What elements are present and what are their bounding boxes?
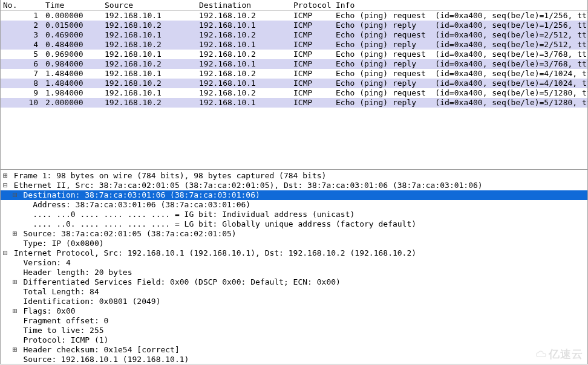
packet-list-pane[interactable]: No. Time Source Destination Protocol Inf… — [0, 0, 588, 170]
table-row[interactable]: 30.469000192.168.10.1192.168.10.2ICMPEch… — [1, 30, 587, 40]
tree-node-label: Source: 38:7a:ca:02:01:05 (38:7a:ca:02:0… — [23, 229, 236, 238]
col-header-info[interactable]: Info — [333, 0, 587, 11]
packet-table: No. Time Source Destination Protocol Inf… — [1, 0, 587, 108]
cell-proto: ICMP — [291, 79, 333, 88]
tree-node[interactable]: ⊟ Destination: 38:7a:ca:03:01:06 (38:7a:… — [1, 190, 587, 200]
tree-spacer-icon — [11, 326, 19, 335]
cell-info: Echo (ping) request (id=0xa400, seq(be/l… — [333, 69, 587, 79]
cell-dst: 192.168.10.1 — [197, 79, 291, 88]
tree-node[interactable]: Total Length: 84 — [1, 287, 587, 297]
cell-proto: ICMP — [291, 21, 333, 30]
table-row[interactable]: 81.484000192.168.10.2192.168.10.1ICMPEch… — [1, 79, 587, 88]
tree-spacer-icon — [21, 200, 28, 210]
cell-info: Echo (ping) request (id=0xa400, seq(be/l… — [333, 88, 587, 98]
cell-info: Echo (ping) reply (id=0xa400, seq(be/le)… — [333, 59, 587, 69]
tree-node[interactable]: Header length: 20 bytes — [1, 268, 587, 277]
collapse-icon[interactable]: ⊟ — [11, 190, 19, 200]
cell-no: 4 — [1, 40, 43, 50]
cell-no: 6 — [1, 59, 43, 69]
col-header-time[interactable]: Time — [43, 0, 102, 11]
tree-node[interactable]: Address: 38:7a:ca:03:01:06 (38:7a:ca:03:… — [1, 200, 587, 210]
expand-icon[interactable]: ⊞ — [2, 171, 9, 181]
table-row[interactable]: 91.984000192.168.10.1192.168.10.2ICMPEch… — [1, 88, 587, 98]
tree-node-label: Differentiated Services Field: 0x00 (DSC… — [23, 277, 340, 286]
col-header-source[interactable]: Source — [102, 0, 197, 11]
table-row[interactable]: 60.984000192.168.10.2192.168.10.1ICMPEch… — [1, 59, 587, 69]
table-row[interactable]: 20.015000192.168.10.2192.168.10.1ICMPEch… — [1, 21, 587, 30]
packet-details-pane[interactable]: ⊞ Frame 1: 98 bytes on wire (784 bits), … — [0, 170, 588, 364]
tree-node-label: .... ...0 .... .... .... .... = IG bit: … — [33, 210, 354, 219]
tree-node[interactable]: ⊞ Flags: 0x00 — [1, 306, 587, 316]
cell-time: 0.484000 — [43, 40, 102, 50]
cell-no: 1 — [1, 11, 43, 21]
cell-no: 8 — [1, 79, 43, 88]
cell-src: 192.168.10.2 — [102, 59, 197, 69]
cell-info: Echo (ping) reply (id=0xa400, seq(be/le)… — [333, 79, 587, 88]
cell-src: 192.168.10.1 — [102, 88, 197, 98]
tree-node[interactable]: Fragment offset: 0 — [1, 316, 587, 326]
tree-node[interactable]: ⊞ Header checksum: 0x1e54 [correct] — [1, 345, 587, 355]
expand-icon[interactable]: ⊞ — [11, 345, 19, 355]
cell-src: 192.168.10.1 — [102, 50, 197, 59]
cell-info: Echo (ping) request (id=0xa400, seq(be/l… — [333, 50, 587, 59]
col-header-protocol[interactable]: Protocol — [291, 0, 333, 11]
packet-table-body: 10.000000192.168.10.1192.168.10.2ICMPEch… — [1, 11, 587, 108]
tree-node-label: Header length: 20 bytes — [23, 268, 132, 277]
tree-node-label: Frame 1: 98 bytes on wire (784 bits), 98… — [14, 171, 327, 180]
tree-node[interactable]: ⊞ Differentiated Services Field: 0x00 (D… — [1, 277, 587, 287]
tree-node-label: Identification: 0x0801 (2049) — [23, 297, 160, 306]
tree-node[interactable]: Time to live: 255 — [1, 326, 587, 335]
expand-icon[interactable]: ⊞ — [11, 306, 19, 316]
tree-node[interactable]: ⊟ Internet Protocol, Src: 192.168.10.1 (… — [1, 248, 587, 258]
cell-no: 2 — [1, 21, 43, 30]
table-row[interactable]: 10.000000192.168.10.1192.168.10.2ICMPEch… — [1, 11, 587, 21]
table-row[interactable]: 102.000000192.168.10.2192.168.10.1ICMPEc… — [1, 98, 587, 108]
packet-table-header[interactable]: No. Time Source Destination Protocol Inf… — [1, 0, 587, 11]
tree-spacer-icon — [11, 287, 19, 297]
cell-dst: 192.168.10.2 — [197, 88, 291, 98]
tree-node-label: Type: IP (0x0800) — [23, 239, 103, 248]
table-row[interactable]: 40.484000192.168.10.2192.168.10.1ICMPEch… — [1, 40, 587, 50]
tree-node[interactable]: Type: IP (0x0800) — [1, 239, 587, 248]
tree-node[interactable]: .... ...0 .... .... .... .... = IG bit: … — [1, 210, 587, 219]
tree-node[interactable]: .... ..0. .... .... .... .... = LG bit: … — [1, 219, 587, 229]
cell-src: 192.168.10.1 — [102, 11, 197, 21]
tree-node-label: .... ..0. .... .... .... .... = LG bit: … — [33, 219, 416, 228]
cell-proto: ICMP — [291, 30, 333, 40]
cell-dst: 192.168.10.1 — [197, 59, 291, 69]
tree-node-label: Version: 4 — [23, 258, 70, 267]
tree-node-label: Flags: 0x00 — [23, 306, 75, 315]
tree-node[interactable]: ⊞ Frame 1: 98 bytes on wire (784 bits), … — [1, 171, 587, 181]
cell-no: 5 — [1, 50, 43, 59]
col-header-destination[interactable]: Destination — [197, 0, 291, 11]
tree-node-label: Address: 38:7a:ca:03:01:06 (38:7a:ca:03:… — [33, 200, 250, 209]
tree-node[interactable]: Protocol: ICMP (1) — [1, 335, 587, 345]
cell-no: 10 — [1, 98, 43, 108]
tree-node[interactable]: Identification: 0x0801 (2049) — [1, 297, 587, 306]
col-header-no[interactable]: No. — [1, 0, 43, 11]
expand-icon[interactable]: ⊞ — [11, 229, 19, 239]
collapse-icon[interactable]: ⊟ — [2, 248, 9, 258]
cell-proto: ICMP — [291, 50, 333, 59]
tree-node[interactable]: ⊟ Ethernet II, Src: 38:7a:ca:02:01:05 (3… — [1, 181, 587, 190]
tree-node-label: Internet Protocol, Src: 192.168.10.1 (19… — [14, 248, 416, 257]
cell-info: Echo (ping) reply (id=0xa400, seq(be/le)… — [333, 98, 587, 108]
tree-node[interactable]: Version: 4 — [1, 258, 587, 268]
tree-node-label: Ethernet II, Src: 38:7a:ca:02:01:05 (38:… — [14, 181, 483, 190]
expand-icon[interactable]: ⊞ — [11, 277, 19, 287]
cell-src: 192.168.10.1 — [102, 69, 197, 79]
cell-no: 7 — [1, 69, 43, 79]
cell-info: Echo (ping) reply (id=0xa400, seq(be/le)… — [333, 40, 587, 50]
tree-node[interactable]: ⊞ Source: 38:7a:ca:02:01:05 (38:7a:ca:02… — [1, 229, 587, 239]
tree-node-label: Fragment offset: 0 — [23, 316, 108, 325]
cell-no: 9 — [1, 88, 43, 98]
collapse-icon[interactable]: ⊟ — [2, 181, 9, 190]
tree-node-label: Source: 192.168.10.1 (192.168.10.1) — [23, 355, 189, 364]
cell-proto: ICMP — [291, 11, 333, 21]
cell-proto: ICMP — [291, 98, 333, 108]
table-row[interactable]: 50.969000192.168.10.1192.168.10.2ICMPEch… — [1, 50, 587, 59]
tree-node[interactable]: Source: 192.168.10.1 (192.168.10.1) — [1, 355, 587, 364]
table-row[interactable]: 71.484000192.168.10.1192.168.10.2ICMPEch… — [1, 69, 587, 79]
cell-dst: 192.168.10.2 — [197, 11, 291, 21]
cell-src: 192.168.10.2 — [102, 21, 197, 30]
